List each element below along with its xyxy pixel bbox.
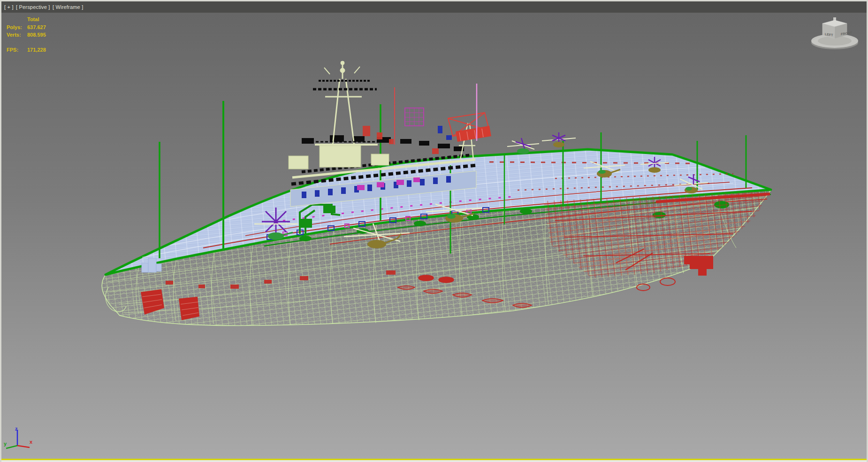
- stats-verts-value: 808.595: [27, 32, 46, 38]
- viewcube[interactable]: LEFT FRONT: [808, 14, 861, 53]
- viewport-label-bar: [ + ] [ Perspective ] [ Wireframe ]: [1, 1, 867, 13]
- y-axis: [6, 446, 17, 448]
- x-axis-label: x: [30, 439, 33, 445]
- window-bottom-edge: [1, 460, 867, 462]
- viewport-general-menu[interactable]: [ + ]: [4, 4, 14, 10]
- viewport-shading-menu[interactable]: [ Wireframe ]: [53, 4, 84, 10]
- viewport-pov-menu[interactable]: [ Perspective ]: [16, 4, 50, 10]
- stats-polys-label: Polys:: [7, 24, 22, 30]
- z-axis-label: z: [15, 426, 18, 431]
- stats-fps-label: FPS:: [7, 47, 18, 53]
- ship-wireframe-model[interactable]: [1, 13, 867, 459]
- stats-fps-value: 171,228: [27, 47, 46, 53]
- stats-column-header: Total: [27, 16, 39, 22]
- stats-polys-value: 637.627: [27, 24, 46, 30]
- magenta-radar-panel: [405, 108, 424, 126]
- y-axis-label: y: [4, 441, 7, 447]
- x-axis: [17, 446, 30, 447]
- world-axis-gizmo: z y x: [3, 426, 37, 452]
- stats-verts-label: Verts:: [7, 32, 21, 38]
- aft-mast-radar: [448, 113, 491, 160]
- max-viewport-frame: [ + ] [ Perspective ] [ Wireframe ]: [0, 0, 868, 462]
- perspective-viewport[interactable]: Total Polys: 637.627 Verts: 808.595 FPS:…: [1, 13, 867, 459]
